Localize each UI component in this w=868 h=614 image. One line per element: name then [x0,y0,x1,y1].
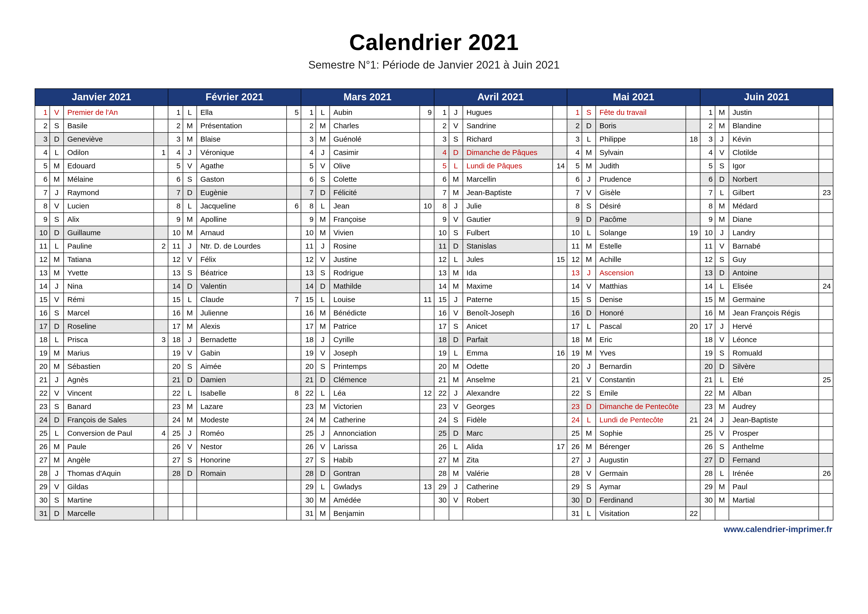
week-number: 7 [287,293,301,306]
day-number: 19 [567,347,582,360]
saint-name: Marius [64,347,154,360]
week-number: 17 [553,440,567,453]
day-number: 23 [35,400,50,413]
day-of-week: J [183,333,197,346]
saint-name: Richard [463,133,553,146]
day-number: 8 [35,200,50,212]
day-number: 10 [168,226,183,239]
day-row: 3MGuénolé [301,133,434,146]
week-number [686,494,700,507]
day-of-week: D [50,133,64,146]
day-row: 16MJean François Régis [701,307,834,320]
week-number [154,133,168,146]
day-row: 13JAscension [567,267,701,280]
day-of-week: V [582,373,596,386]
week-number: 9 [420,106,434,119]
day-number: 28 [35,467,50,480]
day-number: 30 [301,494,316,507]
day-of-week: M [50,160,64,172]
saint-name [197,494,287,507]
week-number [287,213,301,226]
day-row: 16MJulienne [168,307,301,320]
day-number: 20 [701,360,715,373]
day-number: 23 [567,400,582,413]
day-row: 15SDenise [567,293,701,307]
day-row: 1VPremier de l'An [35,106,168,119]
day-row: 16DHonoré [567,307,701,320]
saint-name: Rémi [64,293,154,306]
day-of-week: M [316,226,330,239]
saint-name: Casimir [330,146,420,159]
day-of-week: S [183,454,197,467]
day-number: 3 [567,133,582,146]
day-number: 23 [701,400,715,413]
day-of-week [183,480,197,493]
saint-name: Marc [463,427,553,440]
day-row: 5SIgor [701,160,834,173]
week-number [553,267,567,279]
day-row: 12VFélix [168,253,301,267]
saint-name: Guy [729,253,819,266]
day-number: 26 [168,440,183,453]
saint-name: Vincent [64,387,154,400]
saint-name: Jean-Baptiste [463,186,553,199]
day-of-week: J [316,427,330,440]
saint-name: Anselme [463,373,553,386]
week-number [819,226,833,239]
week-number [553,293,567,306]
week-number: 10 [420,200,434,212]
day-number: 14 [701,280,715,293]
week-number [819,133,833,146]
week-number [420,253,434,266]
saint-name: Honorine [197,454,287,467]
saint-name [197,480,287,493]
day-of-week: M [449,267,463,279]
saint-name: Eugènie [197,186,287,199]
week-number: 2 [154,240,168,253]
day-row: 1MJustin [701,106,834,119]
week-number [420,240,434,253]
day-number: 12 [701,253,715,266]
week-number [686,467,700,480]
day-number: 29 [434,480,449,493]
saint-name: Lundi de Pâques [463,160,553,172]
day-of-week: M [183,213,197,226]
day-number: 9 [434,213,449,226]
day-row: 9MDiane [701,213,834,226]
day-number: 1 [301,106,316,119]
week-number [154,400,168,413]
day-number: 22 [35,387,50,400]
day-number: 25 [35,427,50,440]
day-number: 16 [35,307,50,319]
week-number: 6 [287,200,301,212]
day-of-week: V [449,494,463,507]
day-row: 8LJean10 [301,200,434,213]
day-number: 18 [567,333,582,346]
saint-name: Fernand [729,454,819,467]
week-number [287,253,301,266]
day-of-week: J [582,173,596,186]
day-number: 28 [567,467,582,480]
day-number: 2 [301,119,316,132]
day-of-week: M [449,467,463,480]
week-number [420,173,434,186]
saint-name: François de Sales [64,414,154,426]
week-number [420,494,434,507]
day-row: 6MMarcellin [434,173,567,186]
week-number [686,173,700,186]
week-number [287,440,301,453]
day-of-week: M [582,347,596,360]
week-number [420,414,434,426]
day-of-week: J [316,146,330,159]
saint-name: Ida [463,267,553,279]
day-number: 22 [701,387,715,400]
day-row: 21DClémence [301,373,434,387]
day-of-week: M [183,226,197,239]
day-of-week: V [183,440,197,453]
week-number [686,280,700,293]
week-number: 11 [420,293,434,306]
day-of-week: J [183,240,197,253]
week-number [154,226,168,239]
day-number: 26 [701,440,715,453]
day-row [701,507,834,520]
